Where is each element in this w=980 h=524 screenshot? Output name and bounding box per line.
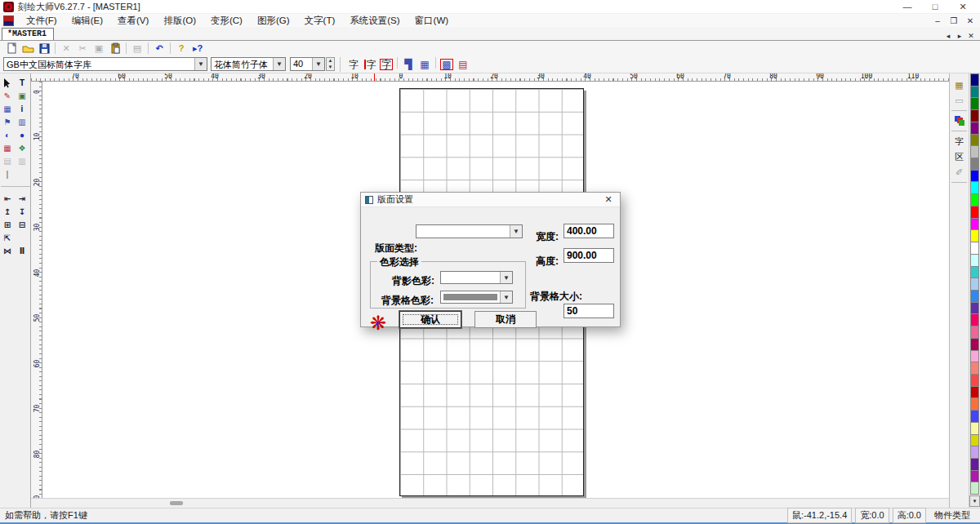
center-v-button[interactable]: ⊟ bbox=[16, 219, 29, 231]
space-v-button[interactable]: Ⅱ bbox=[16, 245, 29, 257]
color-swatch-20[interactable] bbox=[970, 302, 979, 314]
color-swatch-5[interactable] bbox=[970, 122, 979, 134]
paste-button[interactable] bbox=[107, 42, 123, 55]
align-bottom-button[interactable]: ↧ bbox=[16, 206, 29, 218]
mdi-minimize-button[interactable]: – bbox=[929, 16, 946, 25]
color-swatch-8[interactable] bbox=[970, 158, 979, 170]
color-swatch-13[interactable] bbox=[970, 218, 979, 230]
color-swatch-16[interactable] bbox=[970, 254, 979, 266]
menu-item-6[interactable]: 图形(G) bbox=[250, 14, 297, 28]
help-button[interactable]: ? bbox=[173, 42, 189, 55]
tab-close-button[interactable]: ✕ bbox=[965, 32, 977, 40]
align-left-button[interactable]: ⇤ bbox=[1, 193, 15, 205]
tab-next-button[interactable]: ▸ bbox=[954, 32, 965, 40]
color-swatch-19[interactable] bbox=[970, 290, 979, 302]
context-help-button[interactable]: ▸? bbox=[189, 42, 206, 55]
color-swatch-27[interactable] bbox=[970, 386, 979, 398]
color-swatch-15[interactable] bbox=[970, 242, 979, 254]
undo-button[interactable]: ↶ bbox=[151, 42, 167, 55]
chevron-down-icon[interactable]: ▼ bbox=[510, 225, 522, 238]
color-panel-button[interactable] bbox=[951, 113, 968, 128]
menu-item-8[interactable]: 系统设置(S) bbox=[342, 14, 407, 28]
region-panel-button[interactable]: 区 bbox=[951, 149, 968, 164]
color-swatch-3[interactable] bbox=[970, 97, 979, 109]
color-swatch-31[interactable] bbox=[970, 434, 979, 446]
chevron-down-icon[interactable]: ▼ bbox=[273, 58, 285, 70]
font-combobox[interactable]: 花体简竹子体 ▼ bbox=[211, 57, 286, 71]
center-h-button[interactable]: ⊞ bbox=[1, 219, 15, 231]
save-button[interactable] bbox=[36, 42, 52, 55]
color-swatch-9[interactable] bbox=[970, 170, 979, 182]
close-button[interactable]: ✕ bbox=[949, 2, 977, 12]
snap-corner-button[interactable]: ⇱ bbox=[1, 232, 15, 244]
font-size-combobox[interactable]: 40 ▼ bbox=[290, 57, 325, 71]
color-swatch-23[interactable] bbox=[970, 338, 979, 350]
menu-item-3[interactable]: 查看(V) bbox=[110, 14, 156, 28]
frame-panel-button[interactable]: ▭ bbox=[951, 93, 968, 108]
chevron-down-icon[interactable]: ▼ bbox=[500, 272, 512, 283]
print-tool[interactable]: ▤ bbox=[1, 155, 15, 167]
shape-node-tool[interactable]: ❖ bbox=[16, 142, 29, 154]
color-swatch-2[interactable] bbox=[970, 86, 979, 98]
red-grid-tool[interactable]: ▦ bbox=[1, 142, 15, 154]
text-tool[interactable]: T bbox=[16, 77, 29, 89]
color-swatch-4[interactable] bbox=[970, 109, 979, 122]
menu-item-2[interactable]: 编辑(E) bbox=[65, 14, 110, 28]
color-swatch-17[interactable] bbox=[970, 266, 979, 278]
menu-item-5[interactable]: 变形(C) bbox=[203, 14, 250, 28]
font-size-stepper[interactable]: ▲▼ bbox=[326, 57, 335, 71]
font-vertical-button[interactable]: 字 bbox=[362, 57, 378, 72]
mdi-restore-button[interactable]: ❒ bbox=[946, 16, 962, 25]
color-swatch-12[interactable] bbox=[970, 206, 979, 218]
color-swatch-1[interactable] bbox=[970, 73, 979, 86]
chevron-down-icon[interactable]: ▼ bbox=[500, 291, 512, 303]
table-panel-button[interactable]: ▦ bbox=[951, 78, 968, 92]
color-swatch-7[interactable] bbox=[970, 145, 979, 158]
chevron-down-icon[interactable]: ▼ bbox=[194, 58, 207, 70]
color-swatch-33[interactable] bbox=[970, 458, 979, 470]
tab-prev-button[interactable]: ◂ bbox=[942, 32, 954, 40]
ellipse-tool[interactable]: ● bbox=[16, 129, 29, 141]
vertical-bar-tool[interactable]: | bbox=[1, 168, 15, 180]
edit-panel-button[interactable]: ✐ bbox=[951, 165, 968, 180]
width-input[interactable] bbox=[564, 224, 614, 238]
space-h-button[interactable]: ⋈ bbox=[1, 245, 15, 257]
font-panel-button[interactable]: 字 bbox=[951, 134, 968, 149]
pages-tool[interactable]: ▥ bbox=[16, 116, 29, 128]
layout-grid-button[interactable]: ▦ bbox=[416, 57, 433, 72]
grid-size-input[interactable] bbox=[564, 304, 614, 318]
flag-tool[interactable]: ⚑ bbox=[1, 116, 15, 128]
color-swatch-25[interactable] bbox=[970, 362, 979, 374]
align-right-button[interactable]: ⇥ bbox=[16, 193, 29, 205]
horizontal-scrollbar[interactable] bbox=[31, 498, 949, 508]
font-boxed-button[interactable]: 字 bbox=[378, 57, 394, 72]
color-swatch-28[interactable] bbox=[970, 397, 979, 410]
height-input[interactable] bbox=[564, 248, 614, 263]
color-swatch-6[interactable] bbox=[970, 134, 979, 146]
two-tone-ellipse-tool[interactable]: ◐ bbox=[1, 129, 15, 141]
color-swatch-24[interactable] bbox=[970, 350, 979, 362]
layout-corner-button[interactable]: ▜ bbox=[400, 57, 416, 72]
open-button[interactable] bbox=[20, 42, 36, 55]
grid-select-button[interactable]: ▩ bbox=[439, 57, 455, 72]
color-swatch-35[interactable] bbox=[970, 482, 979, 495]
page-type-combobox[interactable]: ▼ bbox=[416, 224, 523, 238]
mdi-close-button[interactable]: ✕ bbox=[962, 16, 978, 25]
menu-item-4[interactable]: 排版(O) bbox=[156, 14, 203, 28]
grid-color-combobox[interactable]: ▼ bbox=[440, 291, 513, 304]
node-edit-tool[interactable]: ✎ bbox=[1, 90, 15, 102]
color-swatch-21[interactable] bbox=[970, 313, 979, 326]
align-top-button[interactable]: ↥ bbox=[1, 206, 15, 218]
grid-stripes-button[interactable]: ▤ bbox=[455, 57, 471, 72]
color-swatch-26[interactable] bbox=[970, 374, 979, 386]
ok-button[interactable]: 确认 bbox=[399, 311, 461, 328]
color-swatch-29[interactable] bbox=[970, 410, 979, 422]
image-tool[interactable]: ▣ bbox=[16, 90, 29, 102]
color-swatch-14[interactable] bbox=[970, 229, 979, 242]
mesh-tool[interactable]: ▦ bbox=[1, 103, 15, 115]
color-swatch-18[interactable] bbox=[970, 278, 979, 290]
italic-tool[interactable]: i bbox=[16, 103, 29, 115]
color-swatch-30[interactable] bbox=[970, 422, 979, 434]
scrollbar-thumb[interactable] bbox=[170, 501, 183, 505]
color-swatch-22[interactable] bbox=[970, 326, 979, 338]
